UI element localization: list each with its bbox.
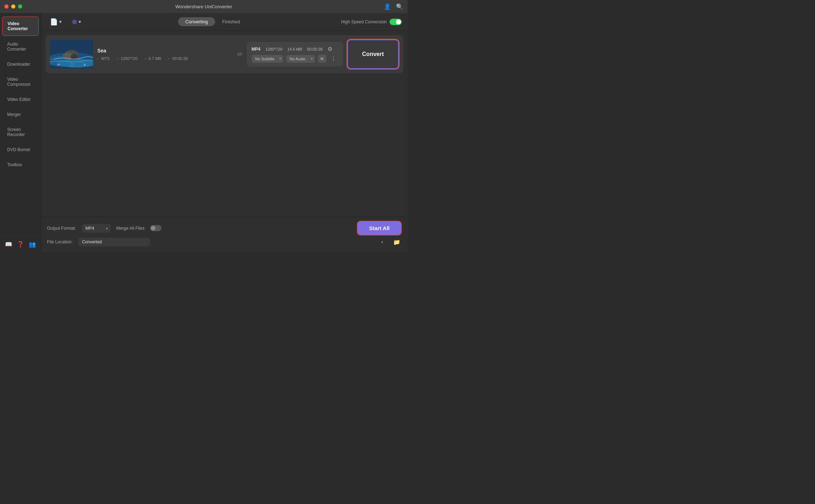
content-area: 📄 ▾ ⊕ ▾ Converting Finished High Speed C… xyxy=(41,13,408,252)
app-title: Wondershare UniConverter xyxy=(176,4,232,9)
tab-finished[interactable]: Finished xyxy=(215,17,247,26)
sidebar-item-toolbox[interactable]: Toolbox xyxy=(2,158,39,172)
titlebar: Wondershare UniConverter 👤 🔍 xyxy=(0,0,408,13)
bottom-bar: Output Format: MP4 ▾ Merge All Files Sta… xyxy=(41,217,408,252)
convert-arrow-icon: ⇌ xyxy=(237,50,242,58)
file-location-label: File Location: xyxy=(47,239,73,244)
sidebar-item-dvd-burner[interactable]: DVD Burner xyxy=(2,143,39,157)
audio-select[interactable]: No Audio xyxy=(286,55,315,63)
output-resolution: 1280*720 xyxy=(265,47,282,51)
output-format-select-wrapper: MP4 ▾ xyxy=(82,224,111,233)
add-media-chevron: ▾ xyxy=(79,19,81,24)
people-icon[interactable]: 👥 xyxy=(29,241,36,248)
search-icon[interactable]: 🔍 xyxy=(396,3,403,10)
file-location-select-wrapper: Converted ▾ xyxy=(78,238,386,246)
settings-gear-icon[interactable]: ⚙ xyxy=(327,46,332,52)
toolbar-right: High Speed Conversion xyxy=(341,19,402,25)
convert-button[interactable]: Convert xyxy=(347,39,399,69)
effects-icon[interactable]: ≡ xyxy=(84,62,86,67)
toolbar-left: 📄 ▾ ⊕ ▾ xyxy=(47,16,84,28)
output-meta-row: MP4 1280*720 14.6 MB 00:00:28 ⚙ xyxy=(252,46,338,52)
output-settings: MP4 1280*720 14.6 MB 00:00:28 ⚙ No Subti… xyxy=(247,42,343,66)
file-top-row: Sea xyxy=(97,48,233,53)
maximize-button[interactable] xyxy=(18,4,22,9)
output-size: 14.6 MB xyxy=(287,47,302,51)
toolbar-tabs: Converting Finished xyxy=(84,17,341,26)
add-file-icon: 📄 xyxy=(50,18,58,26)
sidebar: Video Converter Audio Converter Download… xyxy=(0,13,41,252)
close-button[interactable] xyxy=(4,4,9,9)
output-format: MP4 xyxy=(252,47,261,52)
user-icon[interactable]: 👤 xyxy=(384,3,391,10)
add-media-icon: ⊕ xyxy=(72,18,77,26)
start-all-button[interactable]: Start All xyxy=(357,221,402,235)
help-icon[interactable]: ❓ xyxy=(17,241,24,248)
more-options-icon[interactable]: ⋮ xyxy=(329,55,338,62)
minimize-button[interactable] xyxy=(11,4,15,9)
add-file-chevron: ▾ xyxy=(59,19,62,24)
add-media-button[interactable]: ⊕ ▾ xyxy=(69,16,84,28)
high-speed-label: High Speed Conversion xyxy=(341,19,387,24)
tab-converting[interactable]: Converting xyxy=(178,17,215,26)
source-resolution: • 1280*720 xyxy=(117,56,138,61)
app-body: Video Converter Audio Converter Download… xyxy=(0,13,408,252)
merge-label: Merge All Files xyxy=(116,226,145,231)
audio-select-wrapper: No Audio ▾ xyxy=(286,55,315,63)
source-size: • 6.7 MB xyxy=(145,56,161,61)
add-file-button[interactable]: 📄 ▾ xyxy=(47,16,65,28)
output-duration: 00:00:28 xyxy=(307,47,322,51)
file-bottom-row: No Subtitle ▾ No Audio ▾ xyxy=(252,55,338,63)
file-name: Sea xyxy=(97,48,106,53)
source-meta-row: • MTS • 1280*720 • 6.7 MB • xyxy=(97,56,233,61)
merge-toggle[interactable] xyxy=(150,225,162,231)
file-list-area: ✂ ⬚ ≡ Sea • MTS xyxy=(41,31,408,217)
crop-icon[interactable]: ⬚ xyxy=(70,62,74,67)
toolbar: 📄 ▾ ⊕ ▾ Converting Finished High Speed C… xyxy=(41,13,408,31)
thumbnail-button[interactable]: ⧉ xyxy=(318,55,326,63)
sidebar-item-screen-recorder[interactable]: Screen Recorder xyxy=(2,123,39,141)
source-format: • MTS xyxy=(97,56,110,61)
bottom-row-format: Output Format: MP4 ▾ Merge All Files Sta… xyxy=(47,221,402,235)
book-icon[interactable]: 📖 xyxy=(5,241,12,248)
titlebar-right-icons: 👤 🔍 xyxy=(384,3,403,10)
output-format-select[interactable]: MP4 xyxy=(82,224,111,233)
high-speed-toggle[interactable] xyxy=(390,19,402,25)
traffic-lights xyxy=(4,4,22,9)
folder-button[interactable]: 📁 xyxy=(392,238,402,246)
cut-icon[interactable]: ✂ xyxy=(57,62,60,67)
subtitle-select[interactable]: No Subtitle xyxy=(252,55,283,63)
file-info: Sea • MTS • 1280*720 • xyxy=(97,48,233,61)
sidebar-bottom: 📖 ❓ 👥 xyxy=(0,236,41,252)
location-chevron-icon: ▾ xyxy=(381,240,383,244)
sidebar-item-video-editor[interactable]: Video Editor xyxy=(2,93,39,106)
sidebar-item-video-converter[interactable]: Video Converter xyxy=(2,17,39,36)
sidebar-item-video-compressor[interactable]: Video Compressor xyxy=(2,73,39,91)
sidebar-item-audio-converter[interactable]: Audio Converter xyxy=(2,37,39,56)
sidebar-item-downloader[interactable]: Downloader xyxy=(2,57,39,71)
file-location-select[interactable]: Converted xyxy=(78,238,150,246)
file-thumbnail: ✂ ⬚ ≡ xyxy=(50,40,93,69)
output-format-label: Output Format: xyxy=(47,226,76,231)
sidebar-item-merger[interactable]: Merger xyxy=(2,108,39,121)
bottom-row-location: File Location: Converted ▾ 📁 xyxy=(47,238,402,246)
file-card: ✂ ⬚ ≡ Sea • MTS xyxy=(46,35,403,73)
source-duration: • 00:00:28 xyxy=(168,56,188,61)
subtitle-select-wrapper: No Subtitle ▾ xyxy=(252,55,283,63)
